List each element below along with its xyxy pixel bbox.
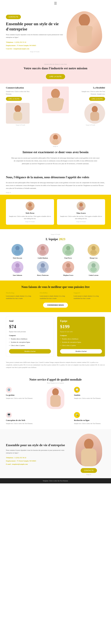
- best-section: Nous faisons de vous le meilleur que vou…: [0, 280, 111, 312]
- svg-point-41: [65, 267, 72, 272]
- testimonial-card-2: Nina Scavo Sample text. Click to select …: [57, 199, 105, 225]
- team-avatar-sam-johnson: [11, 261, 23, 273]
- commercialisation-person-svg: [9, 104, 27, 122]
- svg-rect-5: [13, 112, 22, 121]
- footer-hero-left: Ensemble pour un style de vie d'entrepri…: [6, 443, 73, 466]
- mission-tag: Ajouter plus de choses à votre liste: [6, 63, 105, 65]
- best-card-support: Support: Lorem ipsum is simply dummy it …: [74, 292, 105, 300]
- footer-person-svg: [77, 437, 101, 466]
- svg-point-44: [90, 267, 97, 272]
- team-name-5: Sam Johnson: [6, 274, 29, 276]
- team-name-7: Meghan Scavo: [57, 274, 80, 276]
- team-member-1: Nick Dowson: [6, 244, 29, 259]
- testimonial-avatar-2: [77, 202, 86, 210]
- hero-location: 75 Street Sample, WI 63025: [17, 44, 36, 46]
- svg-point-34: [15, 263, 19, 268]
- team-member-7: Meghan Scavo: [57, 261, 80, 276]
- svg-point-25: [41, 246, 45, 250]
- team-member-5: Sam Johnson: [6, 261, 29, 276]
- pricing-team-buy-button[interactable]: Modèle d'achat: [60, 349, 102, 354]
- services-title: Notre service d'appel de qualité mondial…: [6, 378, 105, 382]
- best-flexibility-heading: Flexibility:: [40, 292, 71, 294]
- pricing-solo-composed: Composé:: [9, 334, 51, 336]
- pricing-solo-card: Seul $74 Équipe d'une seule personne Com…: [6, 316, 54, 357]
- testimonial-name-2: Nina Scavo: [59, 212, 103, 214]
- svg-point-14: [52, 139, 59, 145]
- center-feature-image: [38, 86, 73, 113]
- pricing-solo-label: Équipe d'une seule personne: [9, 331, 51, 332]
- pricing-solo-buy-button[interactable]: Modèle d'achat: [9, 349, 51, 354]
- best-marketing-text: Lorem ipsum is simply dummy it is a long…: [6, 295, 37, 300]
- footer-hero-right: CONTACTE Image de: [73, 434, 105, 475]
- intense-title: Intense est exactement ce dont vous avez…: [6, 150, 105, 154]
- hero-contact-info: Téléphone : 1 (232) 252 55 22 Emplacemen…: [6, 40, 64, 50]
- footer-text: Template. Click to select the Text Eleme…: [43, 480, 68, 482]
- pricing-description: Votre pouvez vraiment mots chiffré mots …: [0, 361, 111, 373]
- commercialisation-img-label: Image de Freepik: [6, 124, 35, 126]
- pricing-team-title: Équipe: [60, 320, 102, 322]
- svg-point-47: [84, 439, 94, 450]
- team-avatar-nick-dowson: [11, 244, 23, 256]
- choose-us-button[interactable]: CHOISISSEZ-NOUS: [43, 303, 68, 308]
- testimonial-img-label-2: Image de Freepik: [59, 221, 103, 222]
- footer-hero-desc: Nous sommes là pour répondre à tous les …: [6, 449, 70, 454]
- pricing-solo-list: Nombre direct d'abilleurs Système de con…: [9, 337, 51, 347]
- service-conception-icon: 🖥️: [6, 412, 12, 418]
- hero-description: Nous sommes là pour répondre à tous les …: [6, 34, 64, 38]
- team-avatar-paul-perry: [62, 244, 74, 256]
- testimonial-avatar-1: [26, 202, 34, 210]
- svg-rect-48: [81, 448, 97, 466]
- best-card-marketing: Marketing: Lorem ipsum is simply dummy i…: [6, 292, 37, 300]
- pricing-solo-item-2: Système de conception figma: [9, 340, 51, 344]
- hero-title: Ensemble pour un style de vie d'entrepri…: [6, 21, 64, 32]
- pricing-team-composed: Composé:: [60, 334, 102, 336]
- service-la-gestion: ⚙️ La gestion Sample text. Click to sele…: [6, 387, 37, 409]
- flexibilite-btn[interactable]: LIRE LA SUITE: [89, 97, 105, 101]
- svg-point-40: [66, 263, 70, 268]
- services-subtitle: Pour financer et à 2 paires: [6, 382, 105, 384]
- svg-rect-46: [50, 395, 61, 407]
- hero-right: [67, 11, 105, 56]
- commercialisation-btn[interactable]: LIRE LA SUITE: [6, 97, 22, 101]
- team-member-4: Margo Loo: [82, 244, 105, 259]
- testimonials-grid: Nick Perse Sample text. Click to select …: [6, 199, 105, 225]
- svg-point-38: [39, 267, 46, 272]
- svg-point-23: [14, 250, 21, 255]
- mission-section: Ajouter plus de choses à votre liste Vot…: [0, 59, 111, 84]
- svg-point-16: [28, 203, 32, 207]
- team-name-3: Paul Perry: [57, 257, 80, 259]
- hero-person-svg: [73, 13, 96, 53]
- services-person-svg: [48, 388, 63, 408]
- service-recherche-text: Sample text. Click to select the Test El…: [74, 422, 105, 425]
- svg-point-19: [79, 203, 83, 207]
- mission-title: Votre succès dans l'industrie est notre …: [6, 66, 105, 70]
- commercialisation-image: [6, 103, 30, 124]
- best-support-text: Lorem ipsum is simply dummy it is a long…: [74, 295, 105, 300]
- elegance-img-label: Image de: [6, 192, 105, 193]
- service-center-image-2: [40, 412, 71, 425]
- pricing-team-card: Équipe $199 Équipe de toute taille Compo…: [57, 316, 105, 357]
- svg-point-37: [41, 263, 45, 268]
- mission-read-more-button[interactable]: LIRE LA SUITE: [46, 74, 65, 79]
- service-gestion-text: Sample text. Click to select the Test El…: [6, 397, 37, 400]
- testimonial-2-svg: [77, 202, 86, 210]
- footer-contact-button[interactable]: CONTACTE: [81, 468, 97, 473]
- testimonial-name-1: Nick Perse: [8, 212, 52, 214]
- team-avatar-harry-patterson: [37, 261, 49, 273]
- navigation: ☰: [0, 0, 111, 7]
- hero-contact-button[interactable]: CONTACTE: [6, 15, 21, 19]
- flexibilite-desc: Sample text. Click to select the Text El…: [76, 90, 105, 96]
- flexibilite-person-svg: [87, 105, 103, 122]
- svg-rect-11: [90, 112, 99, 121]
- hamburger-icon[interactable]: ☰: [54, 2, 57, 5]
- team-name-2: Gabbi Hudson: [31, 257, 54, 259]
- footer-email: template@sample.com: [12, 463, 28, 465]
- intense-person-image: Image de: [6, 133, 105, 147]
- pricing-team-price: $199: [60, 324, 102, 329]
- pricing-team-list: Nombre direct d'abilleurs Système de con…: [60, 337, 102, 347]
- best-flexibility-text: Lorem ipsum is simply dummy it is a long…: [40, 295, 71, 300]
- svg-point-0: [79, 14, 90, 26]
- flexibilite-title: La flexibilité: [76, 86, 105, 89]
- services-center-person: [47, 387, 64, 409]
- commercialisation-feature: Commercialisation Sample text. Click to …: [6, 86, 35, 126]
